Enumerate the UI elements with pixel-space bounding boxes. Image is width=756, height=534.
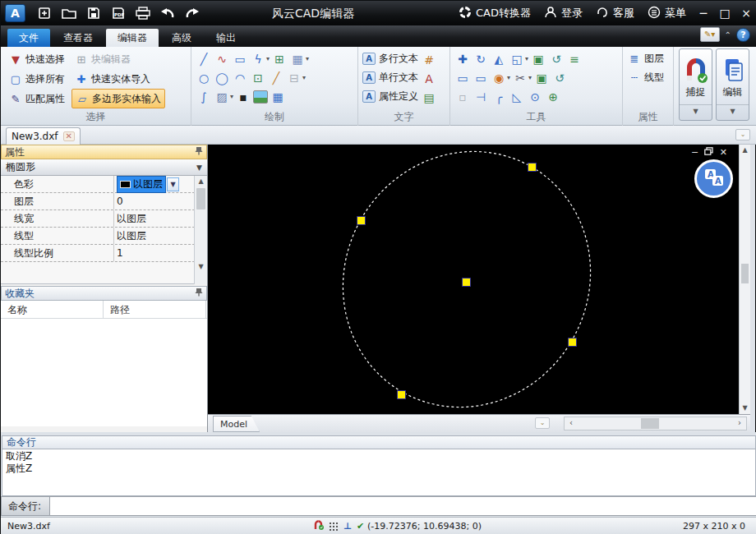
region-dropdown-icon[interactable]: ▾ (306, 55, 309, 62)
circle-icon[interactable]: ○ (196, 70, 212, 86)
maximize-button[interactable]: □ (714, 7, 735, 20)
copy-icon[interactable]: ▣ (530, 51, 546, 67)
vertical-scrollbar[interactable]: ▲ ▼ (739, 145, 750, 414)
tabbar-expander-icon[interactable]: ⌄ (735, 129, 750, 140)
spline-icon[interactable]: ∫ (196, 89, 212, 105)
tab-advanced[interactable]: 高级 (160, 29, 203, 47)
polyline-icon[interactable]: ϟ (250, 51, 266, 67)
hatch-icon[interactable]: ▨ (214, 89, 230, 105)
erase-dropdown-icon[interactable]: ▾ (507, 74, 510, 81)
scale-dropdown-icon[interactable]: ▾ (525, 55, 528, 62)
scrollbar-thumb[interactable] (641, 418, 659, 429)
tab-editor[interactable]: 编辑器 (106, 29, 159, 47)
text-number-icon[interactable]: # (421, 52, 437, 68)
redo-button[interactable] (182, 4, 203, 22)
column-name[interactable]: 名称 (1, 301, 104, 318)
align-icon[interactable]: ≡ (566, 51, 583, 67)
model-tab[interactable]: Model (213, 416, 260, 432)
layout-expander-icon[interactable]: ⌄ (535, 417, 550, 429)
chamfer-icon[interactable]: ◺ (509, 89, 525, 105)
singleline-text-button[interactable]: A 单行文本 (362, 68, 418, 87)
gradient-line-icon[interactable]: ╱ (268, 70, 284, 86)
command-history[interactable]: 取消Z属性Z (2, 449, 756, 496)
pin-icon[interactable] (195, 146, 203, 158)
grip-handle[interactable] (397, 390, 406, 399)
rectangle-icon[interactable]: ▭ (232, 51, 248, 67)
edit-button[interactable]: 编辑 ▼ (716, 48, 749, 121)
scroll-up-icon[interactable]: ▲ (740, 145, 750, 156)
grip-handle[interactable] (528, 163, 537, 172)
mdi-minimize-icon[interactable]: ─ (692, 147, 698, 158)
attribute-define-button[interactable]: A 属性定义 (362, 87, 418, 106)
table-icon[interactable]: ▦ (270, 89, 286, 105)
tab-viewer[interactable]: 查看器 (52, 29, 104, 47)
tab-close-icon[interactable]: ✕ (63, 131, 75, 141)
rotate-copy-icon[interactable]: ↺ (548, 51, 565, 67)
ellipse-icon[interactable]: ◯ (214, 70, 230, 86)
column-path[interactable]: 路径 (104, 301, 206, 318)
scale-icon[interactable]: ◱ (509, 51, 525, 67)
print-button[interactable] (132, 4, 154, 22)
style-pen-icon[interactable]: ✎▾ (700, 27, 720, 42)
color-dropdown-icon[interactable]: ▼ (167, 177, 179, 191)
property-grid-scrollbar[interactable]: ▲ ▼ (194, 176, 207, 284)
multiline-text-button[interactable]: A 多行文本 (362, 49, 418, 68)
rotate-icon[interactable]: ↻ (472, 51, 489, 67)
polygon-entity-input-button[interactable]: ▱ 多边形实体输入 (71, 89, 165, 108)
erase-icon[interactable]: ◉ (491, 70, 507, 86)
move-icon[interactable]: ✚ (454, 51, 471, 67)
minimize-button[interactable]: ─ (693, 7, 714, 20)
divide-icon[interactable]: ⊙ (527, 89, 543, 105)
stretch-icon[interactable]: ▭ (454, 70, 471, 86)
layer-button[interactable]: ≣ 图层 (628, 49, 673, 68)
grip-handle[interactable] (357, 216, 366, 225)
horizontal-scrollbar[interactable]: ‹ › (564, 417, 747, 430)
grip-handle[interactable] (462, 278, 471, 287)
quick-entity-import-button[interactable]: ✚ 快速实体导入 (71, 69, 165, 89)
block-edit-icon[interactable]: ⊡ (250, 70, 266, 86)
open-file-button[interactable] (58, 4, 80, 22)
menu-button[interactable]: 菜单 (648, 6, 686, 21)
undo-button[interactable] (157, 4, 178, 22)
mdi-restore-icon[interactable] (704, 147, 713, 158)
lengthen-icon[interactable]: ▭ (472, 70, 489, 86)
scrollbar-thumb[interactable] (196, 188, 205, 209)
new-file-button[interactable] (34, 4, 55, 22)
snap-dropdown-arrow[interactable]: ▼ (680, 104, 712, 115)
scroll-left-icon[interactable]: ‹ (565, 417, 578, 430)
favorites-list[interactable] (1, 319, 207, 426)
login-button[interactable]: 登录 (544, 6, 583, 21)
ortho-toggle-icon[interactable]: ⊥ (343, 521, 352, 532)
trim-dropdown-icon[interactable]: ▾ (528, 74, 532, 81)
collapse-ribbon-icon[interactable]: ⌃ (725, 30, 731, 39)
tab-output[interactable]: 输出 (205, 29, 247, 47)
save-button[interactable] (83, 4, 104, 22)
grip-handle[interactable] (568, 338, 577, 347)
rotate-copy2-icon[interactable]: ↺ (551, 70, 568, 86)
help-icon[interactable]: ? (736, 28, 750, 42)
snap-button[interactable]: 捕捉 ▼ (679, 48, 712, 121)
scroll-right-icon[interactable]: › (733, 417, 746, 430)
drawing-canvas[interactable]: ─ ✕ A A (208, 145, 739, 414)
scrollbar-thumb[interactable] (741, 264, 749, 283)
arc-icon[interactable]: ◠ (232, 70, 248, 86)
insert-block-icon[interactable]: ⊞ (271, 51, 288, 67)
scroll-down-icon[interactable]: ▼ (740, 403, 750, 414)
point-icon[interactable]: ▪ (235, 89, 251, 105)
quick-select-button[interactable]: ▼ 快速选择 (6, 49, 68, 69)
image-icon[interactable] (253, 90, 268, 104)
match-properties-button[interactable]: ✎ 匹配属性 (6, 89, 68, 108)
layers-disabled-dropdown-icon[interactable]: ▾ (302, 74, 306, 81)
copy-offset-icon[interactable]: ▣ (533, 70, 550, 86)
linetype-button[interactable]: ┄ 线型 (628, 68, 673, 87)
text-edit-icon[interactable]: ▤ (421, 90, 437, 106)
save-pdf-button[interactable]: PDF (108, 4, 129, 22)
mirror-icon[interactable]: ◭ (491, 51, 507, 67)
region-icon[interactable]: ▦ (289, 51, 306, 67)
app-icon[interactable]: A (5, 4, 25, 22)
grid-toggle-icon[interactable] (329, 522, 339, 531)
trim-icon[interactable]: ✂ (512, 70, 528, 86)
document-tab[interactable]: New3.dxf ✕ (6, 127, 81, 145)
entity-type-select[interactable]: 椭圆形 ▼ (1, 159, 207, 176)
select-all-button[interactable]: ▢ 选择所有 (6, 69, 68, 89)
